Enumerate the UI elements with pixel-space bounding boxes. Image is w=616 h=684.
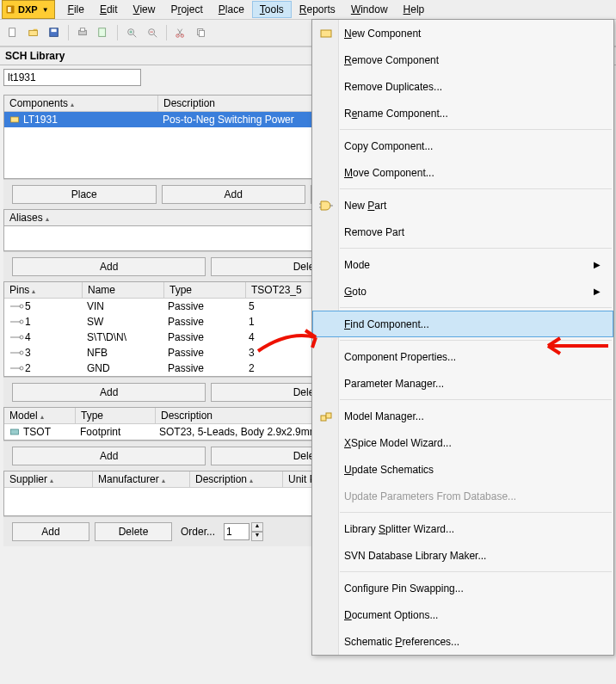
- search-input[interactable]: [3, 69, 141, 86]
- sort-asc-icon: ▴: [71, 101, 74, 108]
- menu-place[interactable]: Place: [211, 1, 252, 18]
- spinner-up-icon[interactable]: ▲: [251, 522, 263, 532]
- new-doc-button[interactable]: [3, 23, 22, 42]
- menu-item-xspice-model-wizard[interactable]: XSpice Model Wizard...: [312, 429, 613, 456]
- menu-separator: [340, 248, 612, 249]
- add-button[interactable]: Add: [162, 185, 306, 204]
- add-button[interactable]: Add: [12, 447, 206, 465]
- print-button[interactable]: [73, 23, 92, 42]
- submenu-arrow-icon: ▶: [594, 287, 601, 296]
- col-component-name[interactable]: Components▴: [4, 96, 158, 111]
- annotation-arrow-left: [254, 327, 331, 364]
- svg-rect-3: [29, 30, 38, 35]
- order-qty-spinner[interactable]: ▲ ▼: [224, 522, 263, 541]
- svg-line-14: [154, 34, 157, 38]
- menu-item-schematic-preferences[interactable]: Schematic Preferences...: [312, 628, 613, 655]
- pin-num: 3: [25, 347, 31, 359]
- zoom-out-button[interactable]: [143, 23, 162, 42]
- menu-project[interactable]: Project: [163, 1, 210, 18]
- menu-view[interactable]: View: [126, 1, 163, 18]
- separator: [117, 25, 118, 40]
- component-icon: [9, 114, 20, 125]
- menu-item-remove-duplicates[interactable]: Remove Duplicates...: [312, 73, 613, 100]
- menu-item-label: Configure Pin Swapping...: [344, 582, 464, 595]
- menu-file[interactable]: File: [60, 1, 92, 18]
- menu-item-remove-part[interactable]: Remove Part: [312, 219, 613, 245]
- add-button[interactable]: Add: [12, 383, 206, 402]
- dxp-label: DXP: [18, 4, 38, 15]
- svg-rect-21: [199, 30, 204, 36]
- col-mfr[interactable]: Manufacturer▴: [93, 471, 190, 487]
- col-desc[interactable]: Description▴: [190, 471, 283, 487]
- preview-button[interactable]: [94, 23, 113, 42]
- menu-item-svn-database-library-maker[interactable]: SVN Database Library Maker...: [312, 542, 613, 569]
- pin-icon: [9, 334, 25, 341]
- gate-icon: [318, 198, 334, 213]
- menu-item-label: Update Parameters From Database...: [344, 490, 516, 502]
- cut-button[interactable]: [171, 23, 190, 42]
- col-type[interactable]: Type: [164, 282, 246, 298]
- menu-item-model-manager[interactable]: Model Manager...: [312, 403, 613, 429]
- menu-item-label: SVN Database Library Maker...: [344, 550, 486, 562]
- col-type[interactable]: Type: [76, 408, 156, 423]
- menu-item-label: Remove Part: [344, 226, 404, 238]
- col-name[interactable]: Name: [83, 282, 164, 298]
- pin-num: 2: [25, 362, 31, 374]
- menu-tools[interactable]: Tools: [252, 1, 292, 18]
- menu-item-new-component[interactable]: New Component: [312, 20, 613, 46]
- col-pins[interactable]: Pins▴: [4, 282, 83, 298]
- delete-button[interactable]: Delete: [95, 522, 172, 541]
- menu-item-label: New Component: [344, 28, 421, 40]
- order-qty-input[interactable]: [224, 523, 249, 540]
- pin-num: 1: [25, 316, 31, 328]
- svg-rect-1: [8, 7, 11, 12]
- menu-item-new-part[interactable]: New Part: [312, 192, 613, 219]
- menu-reports[interactable]: Reports: [292, 1, 343, 18]
- menu-item-move-component[interactable]: Move Component...: [312, 159, 613, 186]
- spinner-down-icon[interactable]: ▼: [251, 532, 263, 541]
- menu-item-label: Remove Duplicates...: [344, 81, 442, 93]
- menu-item-update-schematics[interactable]: Update Schematics: [312, 456, 613, 483]
- menu-item-copy-component[interactable]: Copy Component...: [312, 132, 613, 159]
- zoom-in-button[interactable]: [122, 23, 141, 42]
- pin-name: VIN: [82, 299, 163, 313]
- copy-button[interactable]: [192, 23, 211, 42]
- menu-item-remove-component[interactable]: Remove Component: [312, 46, 613, 73]
- menu-item-label: Library Splitter Wizard...: [344, 523, 454, 535]
- app-window: DXP ▼ File Edit View Project Place Tools…: [0, 0, 616, 684]
- menu-item-mode[interactable]: Mode▶: [312, 251, 613, 278]
- menu-item-goto[interactable]: Goto▶: [312, 278, 613, 305]
- pin-icon: [9, 303, 25, 310]
- menu-item-document-options[interactable]: Document Options...: [312, 601, 613, 628]
- menu-help[interactable]: Help: [396, 1, 433, 18]
- menu-window[interactable]: Window: [343, 1, 396, 18]
- menu-item-label: Schematic Preferences...: [344, 636, 459, 648]
- col-model[interactable]: Model▴: [4, 408, 76, 423]
- dxp-badge[interactable]: DXP ▼: [2, 0, 55, 19]
- pin-name: NFB: [82, 346, 163, 360]
- add-button[interactable]: Add: [12, 257, 206, 276]
- model-name: TSOT: [23, 426, 51, 438]
- menu-separator: [340, 307, 612, 308]
- menu-item-label: Copy Component...: [344, 140, 433, 152]
- menu-item-library-splitter-wizard[interactable]: Library Splitter Wizard...: [312, 515, 613, 542]
- col-supplier[interactable]: Supplier▴: [4, 471, 93, 487]
- sort-asc-icon: ▴: [50, 477, 53, 484]
- menu-item-configure-pin-swapping[interactable]: Configure Pin Swapping...: [312, 575, 613, 601]
- add-button[interactable]: Add: [12, 522, 89, 541]
- open-button[interactable]: [24, 23, 43, 42]
- menu-edit[interactable]: Edit: [92, 1, 126, 18]
- menu-item-label: Mode: [344, 259, 370, 271]
- model-type: Footprint: [75, 425, 154, 439]
- menu-item-rename-component[interactable]: Rename Component...: [312, 100, 613, 126]
- sort-asc-icon: ▴: [40, 413, 44, 421]
- pin-icon: [9, 365, 25, 372]
- save-button[interactable]: [45, 23, 64, 42]
- pin-type: Passive: [163, 315, 243, 329]
- submenu-arrow-icon: ▶: [594, 260, 601, 269]
- svg-rect-41: [321, 416, 326, 421]
- place-button[interactable]: Place: [12, 185, 157, 204]
- menu-item-parameter-manager[interactable]: Parameter Manager...: [312, 370, 613, 397]
- footprint-icon: [9, 427, 20, 437]
- menu-item-label: Model Manager...: [344, 410, 424, 422]
